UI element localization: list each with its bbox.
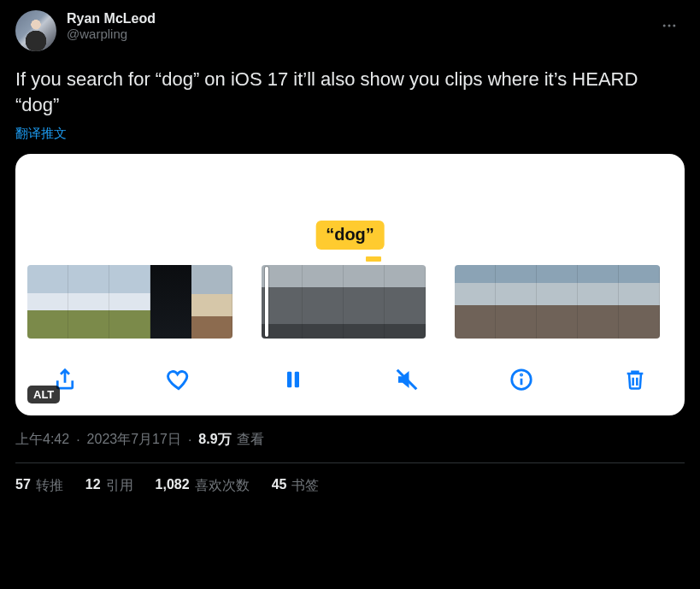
- clip-frame: [27, 265, 68, 339]
- clip-timeline[interactable]: [15, 256, 685, 345]
- clip-frame: [68, 265, 109, 339]
- svg-rect-4: [295, 372, 299, 388]
- clip-frame: [455, 265, 496, 339]
- tweet-meta: 上午4:42 2023年7月17日 8.9万 查看: [15, 431, 685, 449]
- info-button[interactable]: [503, 361, 540, 398]
- bookmarks-stat[interactable]: 45 书签: [272, 477, 320, 495]
- likes-label: 喜欢次数: [195, 477, 250, 495]
- author-display-name: Ryan McLeod: [67, 10, 156, 27]
- mute-icon: [394, 367, 420, 392]
- meta-separator: [186, 433, 193, 448]
- ellipsis-icon: [661, 17, 678, 34]
- heart-icon: [165, 366, 192, 393]
- svg-point-8: [521, 374, 521, 375]
- clip-frame: [344, 265, 385, 339]
- svg-point-1: [668, 25, 671, 27]
- clip-frame: [496, 265, 537, 339]
- retweets-stat[interactable]: 57 转推: [15, 477, 63, 495]
- translate-tweet-link[interactable]: 翻译推文: [15, 126, 67, 142]
- info-icon: [509, 367, 534, 392]
- quotes-stat[interactable]: 12 引用: [85, 477, 133, 495]
- divider: [15, 462, 685, 463]
- bookmarks-label: 书签: [291, 477, 319, 495]
- likes-stat[interactable]: 1,082 喜欢次数: [156, 477, 250, 495]
- clip-frame: [109, 265, 150, 339]
- clip-frame: [578, 265, 619, 339]
- like-button[interactable]: [160, 361, 197, 398]
- alt-text-badge[interactable]: ALT: [27, 386, 60, 403]
- bookmarks-count: 45: [272, 477, 287, 495]
- svg-point-0: [663, 25, 666, 27]
- more-options-button[interactable]: [654, 10, 685, 41]
- delete-button[interactable]: [616, 361, 654, 398]
- tweet-text: If you search for “dog” on iOS 17 it’ll …: [15, 67, 685, 117]
- views-label: 查看: [237, 431, 264, 449]
- audio-snippet-tick: [366, 256, 381, 262]
- audio-snippet-label: “dog”: [315, 221, 385, 250]
- clip-frame: [537, 265, 578, 339]
- svg-rect-3: [287, 372, 291, 388]
- tweet-header: Ryan McLeod @warpling: [15, 10, 685, 51]
- author-name-block[interactable]: Ryan McLeod @warpling: [67, 10, 156, 42]
- clip-frame: [150, 265, 191, 339]
- engagement-stats: 57 转推 12 引用 1,082 喜欢次数 45 书签: [15, 477, 685, 495]
- pause-button[interactable]: [274, 361, 312, 398]
- tweet-container: Ryan McLeod @warpling If you search for …: [15, 10, 685, 495]
- mute-button[interactable]: [388, 361, 426, 398]
- pause-icon: [281, 368, 305, 392]
- quotes-count: 12: [85, 477, 101, 495]
- clip-frame: [385, 265, 426, 339]
- retweets-count: 57: [15, 477, 31, 495]
- audio-snippet-row: “dog”: [15, 217, 685, 256]
- meta-separator: [74, 433, 81, 448]
- tweet-date[interactable]: 2023年7月17日: [87, 431, 181, 449]
- author-handle: @warpling: [67, 27, 156, 42]
- timeline-playhead[interactable]: [265, 267, 268, 337]
- clip-frame: [619, 265, 660, 339]
- svg-point-2: [673, 25, 675, 27]
- media-top-spacer: [15, 154, 685, 217]
- likes-count: 1,082: [156, 477, 190, 495]
- retweets-label: 转推: [36, 477, 63, 495]
- views-count: 8.9万: [198, 431, 231, 449]
- clip-group-2[interactable]: [262, 265, 426, 339]
- media-attachment[interactable]: “dog”: [15, 154, 685, 415]
- clip-frame: [191, 265, 232, 339]
- clip-group-3[interactable]: [455, 265, 660, 339]
- tweet-time[interactable]: 上午4:42: [15, 431, 69, 449]
- avatar[interactable]: [15, 10, 56, 51]
- media-toolbar: [15, 345, 685, 407]
- clip-group-1[interactable]: [27, 265, 232, 339]
- quotes-label: 引用: [106, 477, 133, 495]
- clip-frame: [303, 265, 344, 339]
- trash-icon: [623, 368, 647, 392]
